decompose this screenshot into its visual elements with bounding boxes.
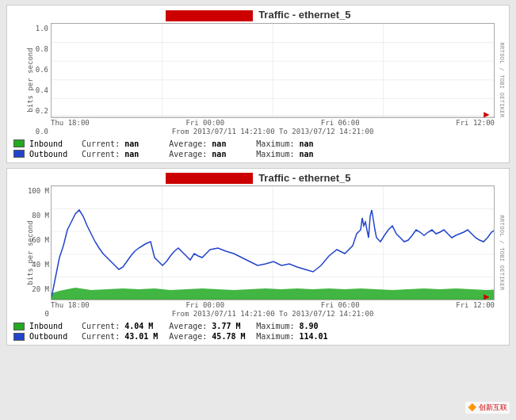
chart-svg-1: ▶	[52, 24, 494, 117]
side-label-1: RRTOOL / TOBI OETIKER	[499, 42, 505, 117]
legend-label-outbound-2: Outbound	[29, 332, 77, 341]
panel-1: Traffic - ethernet_5 bits per second 1.0…	[6, 5, 510, 163]
x-labels-1: Thu 18:00 Fri 00:00 Fri 06:00 Fri 12:00	[51, 118, 495, 128]
current-value-inbound-1: nan	[124, 139, 164, 148]
maximum-label-outbound-2: Maximum:	[256, 332, 294, 341]
svg-text:▶: ▶	[484, 291, 490, 300]
legend-color-inbound-2	[13, 323, 25, 330]
legend-row-inbound-1: Inbound Current: nan Average: nan Maximu…	[13, 139, 503, 149]
current-value-inbound-2: 4.04 M	[124, 322, 164, 330]
current-label-outbound-2: Current:	[82, 332, 120, 341]
legend-label-inbound-2: Inbound	[29, 322, 77, 330]
svg-text:▶: ▶	[484, 109, 490, 117]
average-value-outbound-1: nan	[212, 150, 251, 158]
legend-color-outbound-1	[13, 150, 25, 158]
panel-1-title-text: Traffic - ethernet_5	[258, 9, 350, 21]
legend-row-inbound-2: Inbound Current: 4.04 M Average: 3.77 M …	[13, 321, 503, 331]
redacted-bar-1	[166, 10, 253, 21]
legend-label-outbound-1: Outbound	[29, 150, 77, 158]
maximum-label-inbound-1: Maximum:	[256, 139, 294, 148]
panel-2-title-text: Traffic - ethernet_5	[258, 172, 350, 184]
x-labels-2: Thu 18:00 Fri 00:00 Fri 06:00 Fri 12:00	[51, 300, 495, 310]
average-value-inbound-1: nan	[212, 139, 251, 148]
current-label-outbound-1: Current:	[82, 150, 120, 158]
chart-area-2: ▶	[51, 185, 495, 300]
panel-1-title: Traffic - ethernet_5	[7, 6, 509, 23]
panel-2-title: Traffic - ethernet_5	[7, 169, 509, 186]
maximum-value-outbound-1: nan	[300, 150, 339, 158]
legend-2: Inbound Current: 4.04 M Average: 3.77 M …	[7, 319, 509, 345]
current-value-outbound-2: 43.01 M	[124, 332, 164, 341]
date-range-2: From 2013/07/11 14:21:00 To 2013/07/12 1…	[51, 310, 495, 319]
maximum-value-outbound-2: 114.01	[300, 332, 339, 341]
average-label-outbound-2: Average:	[169, 332, 207, 341]
current-label-inbound-2: Current:	[82, 322, 120, 330]
side-label-2: RRTOOL / TOBI OETIKER	[499, 215, 505, 290]
legend-row-outbound-2: Outbound Current: 43.01 M Average: 45.78…	[13, 331, 503, 342]
chart-svg-2: ▶	[52, 186, 494, 300]
maximum-label-inbound-2: Maximum:	[256, 322, 294, 330]
date-range-1: From 2013/07/11 14:21:00 To 2013/07/12 1…	[51, 128, 495, 137]
chart-area-1: ▶	[51, 23, 495, 118]
average-label-inbound-2: Average:	[169, 322, 207, 330]
average-value-outbound-2: 45.78 M	[212, 332, 251, 341]
maximum-label-outbound-1: Maximum:	[256, 150, 294, 158]
redacted-bar-2	[166, 173, 253, 184]
svg-marker-19	[52, 288, 494, 300]
panel-2: Traffic - ethernet_5 bits per second 100…	[6, 168, 510, 346]
y-ticks-2: 100 M 80 M 60 M 40 M 20 M 0	[19, 185, 49, 319]
maximum-value-inbound-2: 8.90	[300, 322, 339, 330]
legend-1: Inbound Current: nan Average: nan Maximu…	[7, 137, 509, 162]
current-value-outbound-1: nan	[124, 150, 164, 158]
maximum-value-inbound-1: nan	[300, 139, 339, 148]
average-label-inbound-1: Average:	[169, 139, 207, 148]
legend-color-inbound-1	[13, 139, 25, 147]
watermark: 🔶 创新互联	[465, 402, 510, 414]
current-label-inbound-1: Current:	[82, 139, 120, 148]
legend-label-inbound-1: Inbound	[29, 139, 77, 148]
legend-row-outbound-1: Outbound Current: nan Average: nan Maxim…	[13, 149, 503, 159]
average-label-outbound-1: Average:	[169, 150, 207, 158]
average-value-inbound-2: 3.77 M	[212, 322, 251, 330]
y-ticks-1: 1.0 0.8 0.6 0.4 0.2 0.0	[21, 23, 48, 137]
legend-color-outbound-2	[13, 333, 25, 341]
